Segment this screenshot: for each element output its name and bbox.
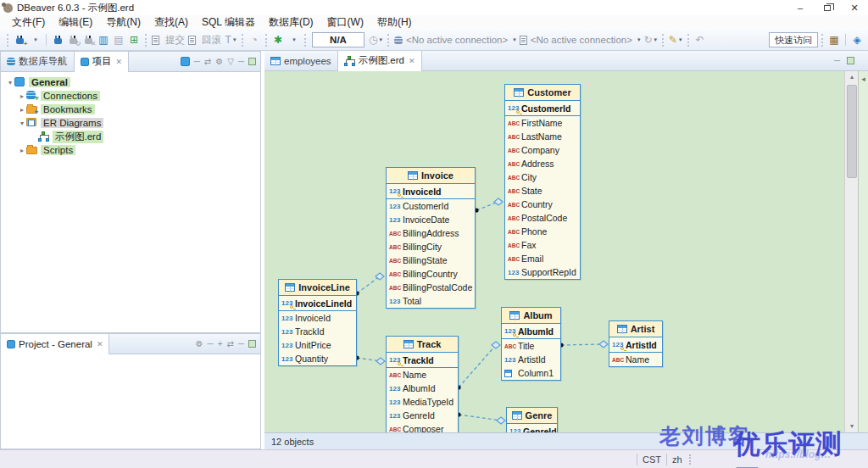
erd-canvas[interactable]: Customer123CustomerIdABCFirstNameABCLast… [264,71,844,432]
perspective-dbeaver-button[interactable]: ▦ [826,31,842,48]
collapse-all-icon[interactable]: ─ [208,339,214,348]
tree-item-bookmarks[interactable]: ▸Bookmarks [1,103,260,116]
connect-button[interactable] [50,31,65,48]
vertical-scrollbar[interactable]: ▴ ▾ [844,71,858,432]
scrollbar-thumb[interactable] [847,85,857,178]
tab-database-navigator[interactable]: 数据库导航 [1,52,74,72]
entity-track[interactable]: Track123TrackIdABCName123AlbumId123Media… [386,336,459,432]
new-sql-script-button[interactable]: ⊞ [126,31,142,48]
entity-invoice[interactable]: Invoice123InvoiceId123CustomerId123Invoi… [386,167,476,309]
commit-button[interactable]: 提交 [150,31,186,48]
entity-header[interactable]: InvoiceLine [279,280,356,296]
maximize-panel-icon[interactable] [248,58,256,65]
refresh-button[interactable]: ↻▾ [642,31,659,48]
menu-item-1[interactable]: 文件(F) [5,15,52,30]
close-icon[interactable]: ✕ [409,57,415,65]
entity-pk-row[interactable]: 123TrackId [387,353,458,368]
maximize-editor-icon[interactable] [847,57,854,64]
menu-item-7[interactable]: 窗口(W) [320,15,370,30]
entity-pk-row[interactable]: 123CustomerId [505,101,580,116]
close-icon[interactable]: ✕ [116,58,123,66]
scroll-up-icon[interactable]: ▴ [845,71,859,83]
minimize-button[interactable]: – [787,0,814,15]
entity-column-row[interactable]: ABCLastName [505,130,580,143]
entity-column-row[interactable]: ABCPhone [505,225,580,238]
tree-item-connections[interactable]: ▸Connections [1,89,260,103]
entity-column-row[interactable]: ABCFirstName [505,116,580,130]
tab-projects[interactable]: 项目 ✕ [74,52,130,72]
quick-access-button[interactable]: 快速访问 [769,32,818,47]
expand-all-icon[interactable]: + [218,339,223,348]
back-button[interactable]: ↶ [693,31,708,48]
entity-column-row[interactable]: ABCBillingCountry [387,267,475,281]
editor-tab-----erd[interactable]: 示例图.erd✕ [337,51,422,71]
perspective-active-button[interactable]: ◈ [849,31,865,48]
tree-item-----erd[interactable]: 示例图.erd [1,130,260,143]
new-connection-dropdown[interactable]: ▾ [27,31,42,48]
settings-dropdown[interactable]: ▾ [286,31,301,48]
entity-artist[interactable]: Artist123ArtistIdABCName [609,320,663,367]
entity-column-row[interactable]: 123AlbumId [387,382,458,395]
entity-column-row[interactable]: ABCName [387,368,458,382]
chevron-collapsed-icon[interactable]: ▸ [18,147,26,154]
entity-pk-row[interactable]: 123InvoiceId [387,184,475,199]
entity-header[interactable]: Genre [507,408,557,424]
entity-column-row[interactable]: 123GenreId [387,409,458,422]
menu-item-8[interactable]: 帮助(H) [370,15,419,30]
entity-column-row[interactable]: ABCBillingCity [387,240,475,254]
link-editor-icon[interactable]: ⇄ [204,57,211,66]
editor-tab-employees[interactable]: employees [264,51,337,71]
entity-pk-row[interactable]: 123GenreId [507,424,557,432]
gear-icon[interactable]: ⚙ [215,57,223,66]
txn-log-button[interactable]: ◷▾ [367,31,384,48]
entity-album[interactable]: Album123AlbumIdABCTitle123ArtistIdColumn… [501,307,561,381]
entity-column-row[interactable]: 123UnitPrice [279,338,356,352]
entity-column-row[interactable]: 123Quantity [279,352,356,365]
entity-column-row[interactable]: 123CustomerId [387,199,475,213]
focus-icon[interactable] [181,57,190,66]
open-sql-script-button[interactable]: ▤ [111,31,126,48]
active-schema-combo[interactable]: <No active connection>▾ [520,35,641,45]
entity-column-row[interactable]: ABCTitle [502,339,560,353]
close-button[interactable]: ✕ [841,0,868,15]
entity-column-row[interactable]: ABCPostalCode [505,211,580,225]
menu-item-4[interactable]: 查找(A) [147,15,195,30]
entity-invoiceline[interactable]: InvoiceLine123InvoiceLineId123InvoiceId1… [278,279,357,366]
entity-column-row[interactable]: ABCBillingState [387,254,475,267]
palette-expand-icon[interactable]: ◂ [859,75,868,83]
auto-commit-selector[interactable]: N/A [312,32,364,47]
menu-item-3[interactable]: 导航(N) [99,15,147,30]
entity-column-row[interactable]: ABCBillingPostalCode [387,281,475,294]
minimize-panel-icon[interactable]: ─ [238,339,244,348]
entity-column-row[interactable]: ABCCompany [505,143,580,157]
menu-item-6[interactable]: 数据库(D) [262,15,320,30]
close-icon[interactable]: ✕ [97,340,103,348]
minimize-panel-icon[interactable]: ─ [238,57,244,66]
entity-column-row[interactable]: 123ArtistId [502,353,560,366]
collapse-all-icon[interactable]: ─ [194,57,200,66]
menu-item-5[interactable]: SQL 编辑器 [195,15,262,30]
maximize-panel-icon[interactable] [248,340,256,348]
entity-column-row[interactable]: ABCFax [505,238,580,252]
view-menu-icon[interactable]: ▽ [227,57,234,66]
palette-strip[interactable]: ◂ [858,71,868,432]
new-sql-editor-button[interactable]: ▥ [96,31,111,48]
entity-genre[interactable]: Genre123GenreId [506,407,558,432]
tree-item-general[interactable]: ▾General [1,75,260,89]
reconnect-button[interactable]: ↻ [65,31,81,48]
entity-header[interactable]: Album [502,308,560,324]
chevron-expanded-icon[interactable]: ▾ [6,79,14,86]
entity-column-row[interactable]: ABCAddress [505,157,580,170]
tasks-button[interactable]: ◔ [247,31,262,48]
entity-pk-row[interactable]: 123ArtistId [609,337,662,353]
entity-header[interactable]: Invoice [387,168,475,184]
new-connection-button[interactable]: + [12,31,27,48]
entity-column-row[interactable]: ABCComposer [387,422,458,432]
scroll-down-icon[interactable]: ▾ [845,421,859,432]
entity-column-row[interactable]: 123SupportRepId [505,265,580,279]
restore-button[interactable] [814,0,841,15]
entity-column-row[interactable]: 123MediaTypeId [387,395,458,409]
chevron-expanded-icon[interactable]: ▾ [18,120,26,127]
chevron-collapsed-icon[interactable]: ▸ [18,106,26,114]
entity-column-row[interactable]: 123InvoiceDate [387,213,475,226]
